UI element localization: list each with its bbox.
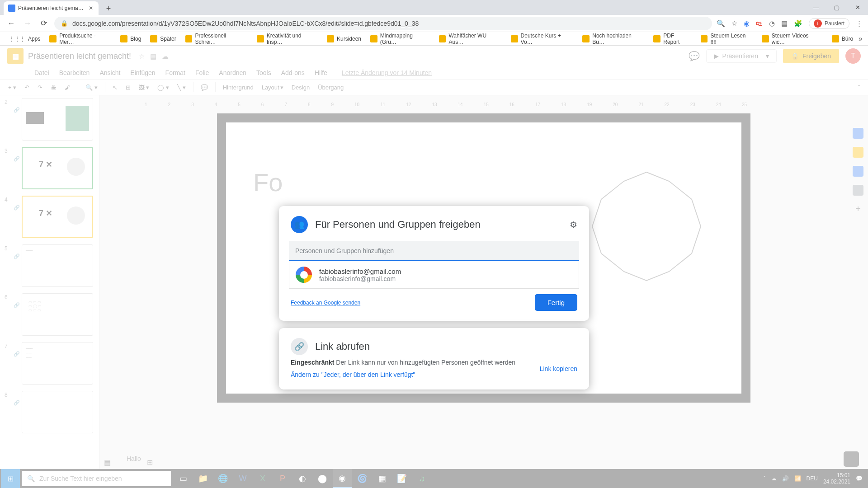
lock-icon: 🔒 (61, 20, 68, 27)
folder-icon (370, 35, 377, 42)
bookmark-item[interactable]: Mindmapping (Gru… (367, 33, 434, 45)
folder-icon (439, 35, 446, 42)
bookmark-item[interactable]: Kursideen (323, 35, 365, 42)
gear-icon[interactable]: ⚙ (570, 220, 577, 230)
apps-button[interactable]: ⋮⋮⋮Apps (5, 36, 44, 42)
folder-icon (762, 35, 769, 42)
folder-icon (701, 35, 708, 42)
tab-close-icon[interactable]: ✕ (88, 5, 94, 11)
url-field[interactable]: 🔒 docs.google.com/presentation/d/1yV372S… (54, 17, 712, 30)
bookmark-item[interactable]: PDF Report (650, 33, 695, 45)
bookmark-item[interactable]: Blog (117, 35, 145, 42)
bookmark-overflow-icon[interactable]: » (859, 35, 863, 43)
ext-icon-2[interactable]: 🛍 (756, 19, 763, 27)
zoom-icon[interactable]: 🔍 (717, 19, 725, 28)
extensions-icon[interactable]: 🧩 (794, 19, 802, 28)
share-dialog: 👥 Für Personen und Gruppen freigeben ⚙ f… (279, 206, 589, 397)
suggestion-email: fabiobaslerinfo@gmail.com (319, 275, 401, 282)
nav-reload-icon[interactable]: ⟳ (38, 19, 50, 28)
window-minimize[interactable]: — (806, 0, 826, 15)
copy-link-button[interactable]: Link kopieren (540, 365, 577, 372)
share-people-icon: 👥 (291, 216, 308, 233)
bookmark-item[interactable]: Kreativität und Insp… (253, 33, 321, 45)
folder-icon (185, 35, 193, 42)
folder-icon (150, 35, 157, 42)
folder-icon (653, 35, 660, 42)
bookmark-item[interactable]: Büro (828, 35, 857, 42)
tab-title: Präsentieren leicht gemacht! - G (18, 5, 85, 11)
suggestion-item[interactable]: fabiobaslerinfo@gmail.com fabiobaslerinf… (289, 261, 579, 289)
nav-back-icon[interactable]: ← (5, 19, 17, 28)
suggestion-name: fabiobaslerinfo@gmail.com (319, 267, 401, 275)
profile-chip[interactable]: T Pausiert (809, 18, 849, 29)
kebab-menu-icon[interactable]: ⋮ (856, 19, 863, 28)
share-title: Für Personen und Gruppen freigeben (315, 219, 562, 230)
bookmark-item[interactable]: Noch hochladen Bu… (579, 33, 648, 45)
link-title: Link abrufen (315, 341, 577, 352)
folder-icon (327, 35, 334, 42)
folder-icon (832, 35, 839, 42)
link-description: Eingeschränkt Der Link kann nur von hinz… (291, 358, 531, 380)
window-maximize[interactable]: ▢ (826, 0, 847, 15)
folder-icon (257, 35, 264, 42)
bookmark-star-icon[interactable]: ☆ (731, 19, 737, 28)
window-close[interactable]: ✕ (847, 0, 868, 15)
folder-icon (582, 35, 590, 42)
nav-forward-icon[interactable]: → (22, 19, 33, 28)
link-icon: 🔗 (291, 338, 308, 355)
slides-app: ▦ Präsentieren leicht gemacht! ☆ ▤ ☁ 💬 ▶… (0, 46, 868, 488)
folder-icon (120, 35, 127, 42)
address-icons: 🔍 ☆ ◉ 🛍 ◔ ▤ 🧩 T Pausiert ⋮ (717, 18, 863, 29)
apps-icon: ⋮⋮⋮ (9, 36, 25, 42)
bookmark-item[interactable]: Steuern Lesen !!!! (697, 33, 756, 45)
bookmark-item[interactable]: Wahlfächer WU Aus… (435, 33, 505, 45)
ext-icon-4[interactable]: ▤ (781, 19, 788, 28)
people-input-wrap[interactable] (289, 241, 579, 261)
ext-icon-1[interactable]: ◉ (744, 19, 750, 28)
address-bar: ← → ⟳ 🔒 docs.google.com/presentation/d/1… (0, 15, 868, 32)
google-avatar-icon (296, 267, 312, 283)
profile-avatar: T (814, 19, 822, 28)
browser-tab[interactable]: Präsentieren leicht gemacht! - G ✕ (4, 1, 99, 15)
bookmark-item[interactable]: Professionell Schrei… (182, 33, 251, 45)
url-text: docs.google.com/presentation/d/1yV372SO5… (72, 20, 419, 27)
bookmark-item[interactable]: Steuern Videos wic… (758, 33, 826, 45)
window-controls: — ▢ ✕ (806, 0, 868, 15)
change-access-link[interactable]: Ändern zu "Jeder, der über den Link verf… (291, 370, 531, 380)
browser-tabstrip: Präsentieren leicht gemacht! - G ✕ + — ▢… (0, 0, 868, 15)
folder-icon (511, 35, 518, 42)
folder-icon (49, 35, 57, 42)
ext-icon-3[interactable]: ◔ (769, 19, 775, 28)
tab-favicon (8, 5, 15, 12)
done-button[interactable]: Fertig (535, 294, 577, 311)
people-input[interactable] (295, 247, 573, 254)
bookmarks-bar: ⋮⋮⋮Apps Produktsuche - Mer… Blog Später … (0, 32, 868, 46)
profile-status: Pausiert (825, 20, 844, 27)
new-tab-button[interactable]: + (102, 2, 115, 15)
feedback-link[interactable]: Feedback an Google senden (291, 300, 360, 306)
share-people-card: 👥 Für Personen und Gruppen freigeben ⚙ f… (279, 206, 589, 321)
bookmark-item[interactable]: Deutsche Kurs + Vo… (507, 33, 577, 45)
bookmark-item[interactable]: Produktsuche - Mer… (46, 33, 115, 45)
get-link-card: 🔗 Link abrufen Eingeschränkt Der Link ka… (279, 328, 589, 389)
bookmark-item[interactable]: Später (146, 35, 179, 42)
